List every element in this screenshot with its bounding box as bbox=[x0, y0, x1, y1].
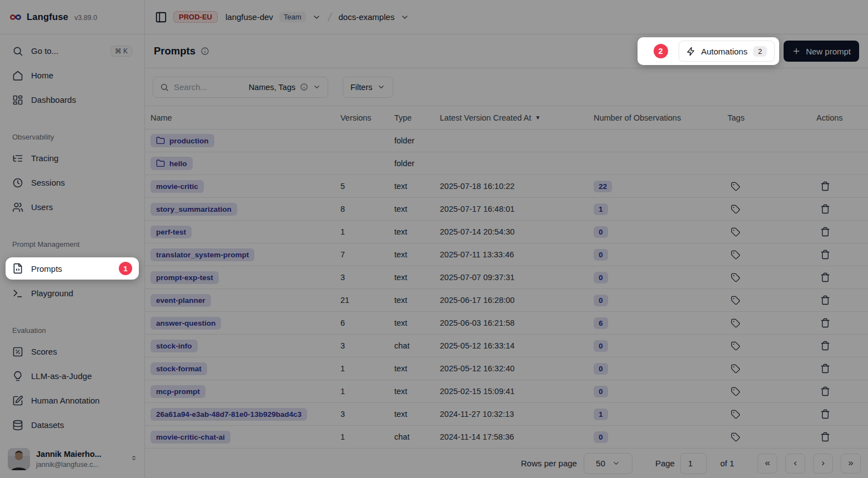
prompt-name-badge[interactable]: answer-question bbox=[150, 317, 221, 330]
table-row[interactable]: prompt-exp-test 3 text 2025-07-07 09:37:… bbox=[145, 266, 868, 289]
table-row[interactable]: story_summarization 8 text 2025-07-17 16… bbox=[145, 198, 868, 221]
sidebar-item-scores[interactable]: Scores bbox=[7, 343, 138, 360]
tag-icon[interactable] bbox=[727, 292, 743, 308]
sidebar-item-sessions[interactable]: Sessions bbox=[7, 175, 138, 191]
org-name[interactable]: langfuse-dev bbox=[225, 12, 273, 22]
prompt-name-badge[interactable]: translator_system-prompt bbox=[150, 248, 254, 261]
new-prompt-button[interactable]: New prompt bbox=[784, 41, 859, 62]
prompt-name-badge[interactable]: perf-test bbox=[150, 226, 192, 238]
tags-cell bbox=[727, 338, 816, 353]
percent-square-icon bbox=[12, 346, 23, 357]
column-header-tags[interactable]: Tags bbox=[727, 113, 816, 122]
prompt-name-badge[interactable]: movie-critic-chat-ai bbox=[150, 431, 230, 444]
info-icon[interactable] bbox=[200, 47, 209, 56]
chevron-down-icon[interactable] bbox=[400, 13, 409, 22]
column-header-name[interactable]: Name bbox=[150, 113, 340, 122]
search-scope-select[interactable]: Names, Tags bbox=[249, 83, 321, 92]
tag-icon[interactable] bbox=[727, 178, 743, 194]
sidebar-item-goto[interactable]: Go to... ⌘ K bbox=[7, 43, 138, 59]
delete-icon[interactable] bbox=[817, 361, 833, 376]
table-row[interactable]: translator_system-prompt 7 text 2025-07-… bbox=[145, 243, 868, 266]
tag-icon[interactable] bbox=[727, 201, 743, 217]
sidebar-item-prompts[interactable]: Prompts 1 bbox=[6, 257, 139, 280]
prompt-name-badge[interactable]: stock-info bbox=[150, 340, 198, 352]
sidebar-item-human-annotation[interactable]: Human Annotation bbox=[7, 392, 138, 409]
tag-icon[interactable] bbox=[727, 384, 743, 399]
delete-icon[interactable] bbox=[817, 384, 833, 399]
column-header-type[interactable]: Type bbox=[394, 113, 440, 122]
sidebar-item-dashboards[interactable]: Dashboards bbox=[7, 92, 138, 108]
delete-icon[interactable] bbox=[817, 270, 833, 285]
prompt-name: movie-critic-chat-ai bbox=[156, 433, 225, 441]
user-account-menu[interactable]: Jannik Maierho... jannik@langfuse.c... bbox=[0, 441, 144, 478]
created-at-cell: 2025-02-15 15:09:41 bbox=[440, 387, 594, 396]
type-cell: text bbox=[394, 205, 440, 213]
prompt-name-badge[interactable]: movie-critic bbox=[150, 180, 204, 193]
section-evaluation: Evaluation bbox=[12, 326, 132, 335]
delete-icon[interactable] bbox=[817, 201, 833, 217]
table-row[interactable]: stock-info 3 chat 2025-05-12 16:33:14 0 bbox=[145, 335, 868, 357]
tag-icon[interactable] bbox=[727, 224, 743, 240]
table-row[interactable]: movie-critic-chat-ai 1 chat 2024-11-14 1… bbox=[145, 426, 868, 449]
sidebar-item-tracing[interactable]: Tracing bbox=[7, 150, 138, 166]
search-input[interactable] bbox=[174, 82, 234, 92]
chevron-down-icon[interactable] bbox=[312, 13, 321, 22]
sidebar-item-llm-judge[interactable]: LLM-as-a-Judge bbox=[7, 368, 138, 384]
page-number-input[interactable] bbox=[680, 453, 707, 474]
prompt-name-badge[interactable]: stock-format bbox=[150, 362, 207, 375]
last-page-button[interactable]: » bbox=[841, 454, 861, 474]
table-row[interactable]: production folder bbox=[145, 130, 868, 152]
rows-per-page-select[interactable]: 50 bbox=[584, 453, 633, 474]
tag-icon[interactable] bbox=[727, 247, 743, 262]
prompt-name-badge[interactable]: prompt-exp-test bbox=[150, 271, 219, 284]
column-header-observations[interactable]: Number of Observations bbox=[594, 113, 727, 122]
project-name[interactable]: docs-examples bbox=[339, 12, 395, 22]
prompt-name-badge[interactable]: story_summarization bbox=[150, 203, 237, 216]
toolbar: Names, Tags Filters bbox=[145, 68, 868, 106]
table-row[interactable]: stock-format 1 text 2025-05-12 16:32:40 … bbox=[145, 357, 868, 380]
table-row[interactable]: mcp-prompt 1 text 2025-02-15 15:09:41 0 bbox=[145, 380, 868, 403]
first-page-button[interactable]: « bbox=[757, 454, 777, 474]
automations-button[interactable]: Automations 2 bbox=[679, 41, 775, 62]
delete-icon[interactable] bbox=[817, 315, 833, 331]
delete-icon[interactable] bbox=[817, 292, 833, 308]
type-cell: text bbox=[394, 250, 440, 259]
prompt-name-badge[interactable]: production bbox=[150, 134, 214, 147]
table-row[interactable]: answer-question 6 text 2025-06-03 16:21:… bbox=[145, 312, 868, 335]
delete-icon[interactable] bbox=[817, 247, 833, 262]
filters-button[interactable]: Filters bbox=[343, 77, 393, 98]
info-icon[interactable] bbox=[300, 83, 308, 91]
sidebar-item-datasets[interactable]: Datasets bbox=[7, 417, 138, 433]
table-row[interactable]: movie-critic 5 text 2025-07-18 16:10:22 … bbox=[145, 175, 868, 198]
table-row[interactable]: event-planner 21 text 2025-06-17 16:28:0… bbox=[145, 289, 868, 312]
tag-icon[interactable] bbox=[727, 338, 743, 353]
delete-icon[interactable] bbox=[817, 429, 833, 445]
column-header-versions[interactable]: Versions bbox=[340, 113, 394, 122]
prompt-name-badge[interactable]: event-planner bbox=[150, 294, 211, 307]
tag-icon[interactable] bbox=[727, 315, 743, 331]
created-at-cell: 2024-11-27 10:32:13 bbox=[440, 410, 594, 419]
prompt-name-badge[interactable]: mcp-prompt bbox=[150, 385, 205, 398]
delete-icon[interactable] bbox=[817, 224, 833, 240]
delete-icon[interactable] bbox=[817, 406, 833, 422]
users-icon bbox=[12, 202, 23, 213]
sidebar-item-home[interactable]: Home bbox=[7, 67, 138, 83]
delete-icon[interactable] bbox=[817, 338, 833, 353]
prompt-name-badge[interactable]: 26a61a94-e3ab-48d7-81e0-13b929bad4c3 bbox=[150, 408, 307, 421]
tag-icon[interactable] bbox=[727, 361, 743, 376]
next-page-button[interactable]: › bbox=[813, 454, 833, 474]
table-row[interactable]: perf-test 1 text 2025-07-14 20:54:30 0 bbox=[145, 221, 868, 243]
sidebar-toggle-icon[interactable] bbox=[155, 11, 167, 23]
column-header-created-at[interactable]: Latest Version Created At▼ bbox=[440, 113, 594, 122]
prompt-name-badge[interactable]: hello bbox=[150, 157, 193, 170]
page-title-text: Prompts bbox=[154, 45, 195, 57]
table-row[interactable]: hello folder bbox=[145, 152, 868, 175]
previous-page-button[interactable]: ‹ bbox=[785, 454, 805, 474]
table-row[interactable]: 26a61a94-e3ab-48d7-81e0-13b929bad4c3 3 t… bbox=[145, 403, 868, 426]
tag-icon[interactable] bbox=[727, 270, 743, 285]
tag-icon[interactable] bbox=[727, 406, 743, 422]
sidebar-item-playground[interactable]: Playground bbox=[7, 285, 138, 301]
sidebar-item-users[interactable]: Users bbox=[7, 199, 138, 215]
delete-icon[interactable] bbox=[817, 178, 833, 194]
tag-icon[interactable] bbox=[727, 429, 743, 445]
